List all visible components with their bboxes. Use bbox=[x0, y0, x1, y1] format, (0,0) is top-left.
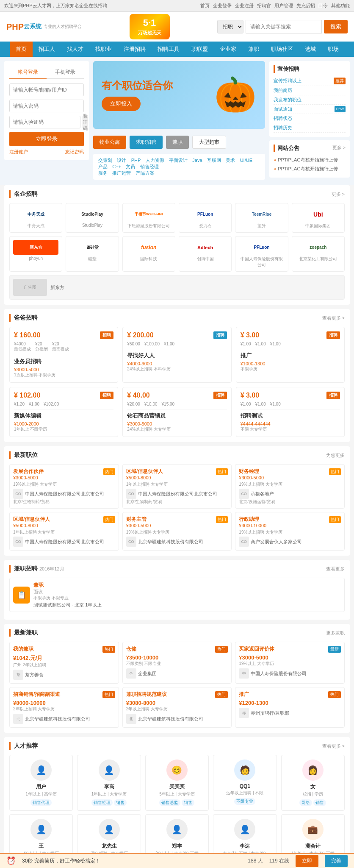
top-link-more[interactable]: 其他功能 bbox=[331, 3, 350, 9]
banner-btn-jobs[interactable]: 求职招聘 bbox=[130, 136, 163, 149]
cat-php[interactable]: PHP bbox=[130, 157, 143, 164]
company-pfluon2[interactable]: PFLuon 中国人寿保险股份有限公司 bbox=[235, 236, 288, 272]
famous-companies-more[interactable]: 更多 > bbox=[332, 191, 345, 198]
recruit-link-4[interactable]: 面试通知 bbox=[274, 106, 292, 112]
pt-job-6[interactable]: 推广 热门 ¥1200-1300 赤 赤州招聘行/兼职部 bbox=[235, 687, 345, 728]
recruit-link-6[interactable]: 招聘历史 bbox=[274, 125, 292, 131]
gold-jobs-more[interactable]: 查看更多 > bbox=[322, 315, 345, 321]
cat-hr[interactable]: 人力资源 bbox=[144, 157, 166, 164]
banner-btn-apartment[interactable]: 物业公寓 bbox=[93, 136, 126, 149]
company-zhongzhou[interactable]: 中舟天成 中舟天成 bbox=[9, 203, 62, 233]
latest-job-1[interactable]: 发展合作伙伴 热门 ¥3000-5000 19%以上招聘 大专学历 CO 中国人… bbox=[9, 464, 119, 509]
login-tab-phone[interactable]: 手机登录 bbox=[47, 66, 84, 79]
captcha-input[interactable] bbox=[9, 116, 80, 128]
cat-sales-mgr[interactable]: 销售经理 bbox=[138, 163, 160, 170]
banner-cta-button[interactable]: 立即投入 bbox=[102, 97, 141, 111]
top-link-home[interactable]: 首页 bbox=[200, 3, 210, 9]
top-link-recharge[interactable]: 先充后招 bbox=[296, 3, 315, 9]
cat-ui[interactable]: UI/UE bbox=[238, 157, 254, 164]
cat-design[interactable]: 设计 bbox=[115, 157, 128, 164]
company-teemrise[interactable]: TeemRise 望升 bbox=[235, 203, 288, 233]
gold-job-1[interactable]: ¥ 160.00 招聘 ¥4000 最低提成 ¥20 分报酬 ¥20 最高提成 … bbox=[9, 327, 118, 383]
top-link-user-mgmt[interactable]: 用户管理 bbox=[274, 3, 293, 9]
pt-job-3[interactable]: 买家返回评价体 最新 ¥3000-5000 19%以上 大专学历 中 中国人寿保… bbox=[235, 642, 345, 684]
cat-clerk[interactable]: 文员 bbox=[124, 163, 137, 170]
sticky-btn-immediate[interactable]: 立即 bbox=[296, 855, 318, 867]
latest-job-2[interactable]: 区域/信息伙伴人 热门 ¥5000-8000 1年以上招聘 大专学历 CO 中国… bbox=[122, 464, 232, 509]
captcha-image[interactable]: 验证码 bbox=[83, 116, 88, 128]
company-guitang[interactable]: 🖥硅堂 硅堂 bbox=[66, 236, 119, 272]
pt-job-2[interactable]: 仓储 热门 ¥3500-10000 不限类别 不限专业 企 企业集团 bbox=[122, 642, 232, 684]
cat-cpp[interactable]: C++ bbox=[111, 163, 123, 170]
gold-job-6[interactable]: ¥ 3.00 招聘 ¥1.00 ¥1.00 ¥1.00 招聘测试 ¥4444-4… bbox=[236, 387, 345, 437]
forgot-link[interactable]: 忘记密码 bbox=[65, 149, 84, 155]
company-pfluon[interactable]: PFLuon 爱力石 bbox=[179, 203, 232, 233]
company-fusion[interactable]: fusion 国际科技 bbox=[122, 236, 175, 272]
nav-post[interactable]: 注册招聘 bbox=[118, 42, 152, 57]
register-link[interactable]: 注册账户 bbox=[9, 149, 28, 155]
notice-more[interactable]: 更多 > bbox=[332, 145, 346, 151]
latest-jobs-more[interactable]: 为您更多 bbox=[326, 452, 345, 459]
talent-5[interactable]: 👩 女 校招 | 学历 网络 销售 bbox=[281, 755, 345, 811]
password-input[interactable] bbox=[9, 100, 84, 112]
cat-pm[interactable]: 产品方案 bbox=[134, 170, 156, 176]
top-link-recruiter[interactable]: 招聘官 bbox=[257, 3, 271, 9]
gold-job-4[interactable]: ¥ 102.00 招聘 ¥1.20 ¥1.00 ¥102.00 新媒体编辑 ¥1… bbox=[9, 387, 118, 437]
gold-job-2[interactable]: ¥ 200.00 招聘 ¥50.00 ¥100.00 ¥1.00 寻找好人人 ¥… bbox=[122, 327, 231, 383]
username-input[interactable] bbox=[9, 83, 84, 96]
search-button[interactable]: 搜索 bbox=[324, 20, 348, 33]
nav-workplace[interactable]: 职场 bbox=[322, 42, 345, 57]
cat-ops[interactable]: 推广运营 bbox=[111, 170, 133, 176]
login-tab-account[interactable]: 帐号登录 bbox=[9, 66, 47, 79]
banner-btn-market[interactable]: 大型超市 bbox=[192, 136, 226, 149]
gold-job-5[interactable]: ¥ 40.00 招聘 ¥20.00 ¥10.00 ¥15.00 钻石商品营销员 … bbox=[122, 387, 231, 437]
gold-job-3[interactable]: ¥ 3.00 招聘 ¥1.00 ¥1.00 ¥1.00 推广 ¥1000-130… bbox=[236, 327, 345, 383]
nav-community[interactable]: 职场社区 bbox=[265, 42, 299, 57]
recruit-link-1[interactable]: 宣传招聘以上 bbox=[274, 78, 301, 84]
recruit-link-5[interactable]: 招聘状态 bbox=[274, 115, 292, 122]
company-ubi[interactable]: Ubi 中象国际集团 bbox=[292, 203, 345, 233]
parttime-jobs-more[interactable]: 查看更多 bbox=[326, 566, 345, 572]
cat-service[interactable]: 服务 bbox=[97, 170, 109, 176]
nav-career[interactable]: 找职业 bbox=[89, 42, 118, 57]
login-button[interactable]: 立即登录 bbox=[9, 132, 84, 146]
top-bar-right[interactable]: 首页 企业登录 企业注册 招聘官 用户管理 先充后招 口令 其他功能 bbox=[200, 3, 350, 9]
pt-job-1[interactable]: 我的兼职 热门 ¥1042.元/月 广州 2年以上招聘 茶 茶方善食 bbox=[9, 642, 119, 684]
nav-city[interactable]: 选城 bbox=[299, 42, 322, 57]
talent-more[interactable]: 查看更多 > bbox=[322, 743, 345, 749]
recruit-link-2[interactable]: 我的简历 bbox=[274, 87, 292, 94]
recruit-link-3[interactable]: 我发布的职位 bbox=[274, 97, 301, 103]
company-studioplay[interactable]: StudioPlay StudioPlay bbox=[66, 203, 119, 233]
nav-talent[interactable]: 找人才 bbox=[61, 42, 89, 57]
talent-4[interactable]: 🧑 QQ1 远年以上招聘 | 不限 不限专业 bbox=[213, 755, 277, 811]
pt-job-4[interactable]: 招商销售/招商副渠道 热门 ¥8000-10000 2年以上招聘 大专学历 北 … bbox=[9, 687, 119, 728]
latest-parttime-more[interactable]: 更多兼职 bbox=[326, 630, 345, 636]
search-type-select[interactable]: 招职 简历 bbox=[217, 20, 243, 33]
nav-enterprise[interactable]: 企业家 bbox=[214, 42, 242, 57]
top-link-company-reg[interactable]: 企业注册 bbox=[235, 3, 254, 9]
latest-job-5[interactable]: 财务主管 热门 ¥3000-5000 19%以上招聘 大专学历 CO 北京华疆建… bbox=[122, 512, 232, 551]
top-link-token[interactable]: 口令 bbox=[318, 3, 328, 9]
nav-home[interactable]: 首页 bbox=[10, 42, 33, 57]
cat-product[interactable]: 产品 bbox=[97, 163, 109, 170]
nav-recruit[interactable]: 招工人 bbox=[33, 42, 61, 57]
cat-java[interactable]: Java bbox=[191, 157, 204, 164]
latest-job-3[interactable]: 财务经理 热门 ¥3000-5000 19%以上招聘 大专学历 CO 承接各地产… bbox=[235, 464, 345, 509]
pt-job-5[interactable]: 兼职招聘规范建议 热门 ¥3080-8000 2年以上招聘 大专学历 北 北京华… bbox=[122, 687, 232, 728]
talent-2[interactable]: 👤 李高 1年以上 | 大专学历 销售经理 销售 bbox=[77, 755, 141, 811]
cat-art[interactable]: 美术 bbox=[224, 157, 237, 164]
cat-planning[interactable]: 交策划 bbox=[97, 157, 114, 164]
nav-tools[interactable]: 招聘工具 bbox=[152, 42, 185, 57]
company-xdf[interactable]: 新东方 phpyun bbox=[9, 236, 62, 272]
sticky-btn-complete[interactable]: 完善 bbox=[325, 855, 348, 867]
latest-job-4[interactable]: 区域/信息伙伴人 热门 ¥5000-8000 1年以上招聘 大专学历 CO 中国… bbox=[9, 512, 119, 551]
search-input[interactable] bbox=[246, 20, 322, 33]
top-link-company-login[interactable]: 企业登录 bbox=[213, 3, 232, 9]
company-zoepach[interactable]: zoepach 北京某化工有限公司 bbox=[292, 236, 345, 272]
nav-alliance[interactable]: 职联盟 bbox=[185, 42, 214, 57]
talent-1[interactable]: 👤 用户 1年以上 | 高学历 销售代理 bbox=[9, 755, 73, 811]
company-adtech[interactable]: Adtech 创博中国 bbox=[179, 236, 232, 272]
cat-graphic[interactable]: 平面设计 bbox=[167, 157, 189, 164]
company-wucaini[interactable]: 干禧节WUCAINI 下瓶游游股份有限公司 bbox=[122, 203, 175, 233]
latest-job-6[interactable]: 行政助理 热门 ¥3000-10000 19%以上招聘 大专学历 CO 商户发展… bbox=[235, 512, 345, 551]
